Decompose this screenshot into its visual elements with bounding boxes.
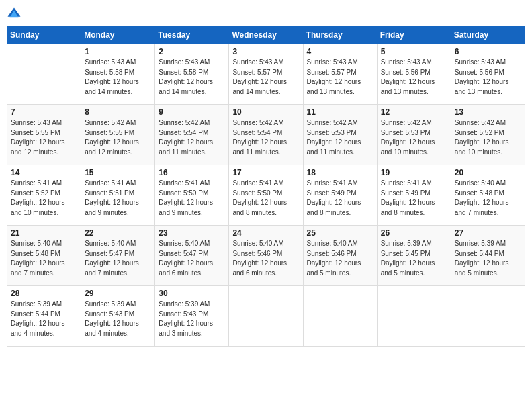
calendar-cell	[303, 286, 377, 347]
calendar-week-2: 7Sunrise: 5:43 AM Sunset: 5:55 PM Daylig…	[7, 105, 525, 165]
day-header-wednesday: Wednesday	[229, 26, 303, 44]
calendar-cell: 17Sunrise: 5:41 AM Sunset: 5:50 PM Dayli…	[229, 165, 303, 226]
calendar-cell: 8Sunrise: 5:42 AM Sunset: 5:55 PM Daylig…	[81, 105, 155, 165]
day-info: Sunrise: 5:41 AM Sunset: 5:50 PM Dayligh…	[159, 179, 225, 218]
day-number: 9	[159, 107, 225, 117]
calendar-cell: 27Sunrise: 5:39 AM Sunset: 5:44 PM Dayli…	[451, 226, 525, 286]
day-info: Sunrise: 5:40 AM Sunset: 5:47 PM Dayligh…	[159, 239, 225, 278]
calendar-cell: 4Sunrise: 5:43 AM Sunset: 5:57 PM Daylig…	[303, 44, 377, 105]
day-info: Sunrise: 5:42 AM Sunset: 5:55 PM Dayligh…	[85, 118, 151, 157]
day-number: 1	[85, 47, 151, 56]
calendar-cell: 3Sunrise: 5:43 AM Sunset: 5:57 PM Daylig…	[229, 44, 303, 105]
calendar-cell: 18Sunrise: 5:41 AM Sunset: 5:49 PM Dayli…	[303, 165, 377, 226]
day-info: Sunrise: 5:39 AM Sunset: 5:44 PM Dayligh…	[11, 300, 77, 338]
calendar-cell: 19Sunrise: 5:41 AM Sunset: 5:49 PM Dayli…	[377, 165, 451, 226]
day-number: 17	[232, 168, 299, 177]
day-number: 3	[232, 47, 299, 56]
calendar-cell: 29Sunrise: 5:39 AM Sunset: 5:43 PM Dayli…	[81, 286, 155, 347]
day-info: Sunrise: 5:40 AM Sunset: 5:48 PM Dayligh…	[11, 239, 77, 278]
day-info: Sunrise: 5:43 AM Sunset: 5:56 PM Dayligh…	[455, 58, 521, 97]
day-info: Sunrise: 5:43 AM Sunset: 5:57 PM Dayligh…	[232, 58, 299, 97]
calendar-week-3: 14Sunrise: 5:41 AM Sunset: 5:52 PM Dayli…	[7, 165, 525, 226]
calendar-cell: 9Sunrise: 5:42 AM Sunset: 5:54 PM Daylig…	[155, 105, 229, 165]
day-number: 29	[85, 289, 151, 298]
calendar-cell: 23Sunrise: 5:40 AM Sunset: 5:47 PM Dayli…	[155, 226, 229, 286]
day-info: Sunrise: 5:41 AM Sunset: 5:51 PM Dayligh…	[85, 179, 151, 218]
calendar-cell: 25Sunrise: 5:40 AM Sunset: 5:46 PM Dayli…	[303, 226, 377, 286]
calendar-cell: 28Sunrise: 5:39 AM Sunset: 5:44 PM Dayli…	[7, 286, 81, 347]
day-header-monday: Monday	[81, 26, 155, 44]
calendar-cell: 26Sunrise: 5:39 AM Sunset: 5:45 PM Dayli…	[377, 226, 451, 286]
day-info: Sunrise: 5:40 AM Sunset: 5:48 PM Dayligh…	[455, 179, 521, 218]
day-number: 14	[11, 168, 77, 177]
day-info: Sunrise: 5:42 AM Sunset: 5:54 PM Dayligh…	[159, 118, 225, 157]
calendar-cell: 1Sunrise: 5:43 AM Sunset: 5:58 PM Daylig…	[81, 44, 155, 105]
day-number: 7	[11, 107, 77, 117]
day-number: 5	[381, 47, 447, 56]
calendar-cell	[377, 286, 451, 347]
calendar-header: SundayMondayTuesdayWednesdayThursdayFrid…	[7, 26, 525, 44]
day-number: 12	[381, 107, 447, 117]
calendar-week-5: 28Sunrise: 5:39 AM Sunset: 5:44 PM Dayli…	[7, 286, 525, 347]
calendar-body: 1Sunrise: 5:43 AM Sunset: 5:58 PM Daylig…	[7, 44, 525, 347]
day-info: Sunrise: 5:43 AM Sunset: 5:56 PM Dayligh…	[381, 58, 447, 97]
day-number: 2	[159, 47, 225, 56]
calendar-cell: 12Sunrise: 5:42 AM Sunset: 5:53 PM Dayli…	[377, 105, 451, 165]
day-header-sunday: Sunday	[7, 26, 81, 44]
day-number: 25	[307, 228, 373, 238]
calendar-cell: 24Sunrise: 5:40 AM Sunset: 5:46 PM Dayli…	[229, 226, 303, 286]
calendar-cell: 15Sunrise: 5:41 AM Sunset: 5:51 PM Dayli…	[81, 165, 155, 226]
day-info: Sunrise: 5:41 AM Sunset: 5:52 PM Dayligh…	[11, 179, 77, 218]
calendar-cell: 2Sunrise: 5:43 AM Sunset: 5:58 PM Daylig…	[155, 44, 229, 105]
day-number: 8	[85, 107, 151, 117]
calendar-cell: 20Sunrise: 5:40 AM Sunset: 5:48 PM Dayli…	[451, 165, 525, 226]
calendar-cell: 21Sunrise: 5:40 AM Sunset: 5:48 PM Dayli…	[7, 226, 81, 286]
day-info: Sunrise: 5:42 AM Sunset: 5:53 PM Dayligh…	[381, 118, 447, 157]
calendar-cell: 5Sunrise: 5:43 AM Sunset: 5:56 PM Daylig…	[377, 44, 451, 105]
page-header	[7, 7, 525, 21]
calendar-cell: 16Sunrise: 5:41 AM Sunset: 5:50 PM Dayli…	[155, 165, 229, 226]
day-info: Sunrise: 5:43 AM Sunset: 5:55 PM Dayligh…	[11, 118, 77, 157]
day-number: 15	[85, 168, 151, 177]
day-number: 22	[85, 228, 151, 238]
day-number: 26	[381, 228, 447, 238]
day-number: 20	[455, 168, 521, 177]
day-number: 4	[307, 47, 373, 56]
day-info: Sunrise: 5:43 AM Sunset: 5:57 PM Dayligh…	[307, 58, 373, 97]
calendar-cell	[451, 286, 525, 347]
day-info: Sunrise: 5:40 AM Sunset: 5:46 PM Dayligh…	[307, 239, 373, 278]
day-info: Sunrise: 5:42 AM Sunset: 5:54 PM Dayligh…	[232, 118, 299, 157]
calendar-cell: 7Sunrise: 5:43 AM Sunset: 5:55 PM Daylig…	[7, 105, 81, 165]
day-number: 10	[232, 107, 299, 117]
logo	[7, 7, 23, 21]
day-header-friday: Friday	[377, 26, 451, 44]
day-number: 11	[307, 107, 373, 117]
day-info: Sunrise: 5:41 AM Sunset: 5:49 PM Dayligh…	[307, 179, 373, 218]
day-info: Sunrise: 5:42 AM Sunset: 5:52 PM Dayligh…	[455, 118, 521, 157]
calendar-cell: 6Sunrise: 5:43 AM Sunset: 5:56 PM Daylig…	[451, 44, 525, 105]
day-info: Sunrise: 5:42 AM Sunset: 5:53 PM Dayligh…	[307, 118, 373, 157]
calendar-cell	[229, 286, 303, 347]
day-info: Sunrise: 5:40 AM Sunset: 5:47 PM Dayligh…	[85, 239, 151, 278]
day-number: 18	[307, 168, 373, 177]
day-number: 30	[159, 289, 225, 298]
day-info: Sunrise: 5:41 AM Sunset: 5:50 PM Dayligh…	[232, 179, 299, 218]
day-number: 21	[11, 228, 77, 238]
day-info: Sunrise: 5:39 AM Sunset: 5:43 PM Dayligh…	[159, 300, 225, 338]
calendar-week-1: 1Sunrise: 5:43 AM Sunset: 5:58 PM Daylig…	[7, 44, 525, 105]
day-number: 19	[381, 168, 447, 177]
day-number: 13	[455, 107, 521, 117]
day-header-tuesday: Tuesday	[155, 26, 229, 44]
day-info: Sunrise: 5:39 AM Sunset: 5:44 PM Dayligh…	[455, 239, 521, 278]
day-number: 28	[11, 289, 77, 298]
day-info: Sunrise: 5:43 AM Sunset: 5:58 PM Dayligh…	[159, 58, 225, 97]
day-header-thursday: Thursday	[303, 26, 377, 44]
calendar-table: SundayMondayTuesdayWednesdayThursdayFrid…	[7, 26, 525, 347]
logo-icon	[7, 7, 21, 21]
day-info: Sunrise: 5:39 AM Sunset: 5:45 PM Dayligh…	[381, 239, 447, 278]
day-number: 24	[232, 228, 299, 238]
calendar-cell	[7, 44, 81, 105]
day-info: Sunrise: 5:39 AM Sunset: 5:43 PM Dayligh…	[85, 300, 151, 338]
calendar-cell: 22Sunrise: 5:40 AM Sunset: 5:47 PM Dayli…	[81, 226, 155, 286]
day-number: 6	[455, 47, 521, 56]
